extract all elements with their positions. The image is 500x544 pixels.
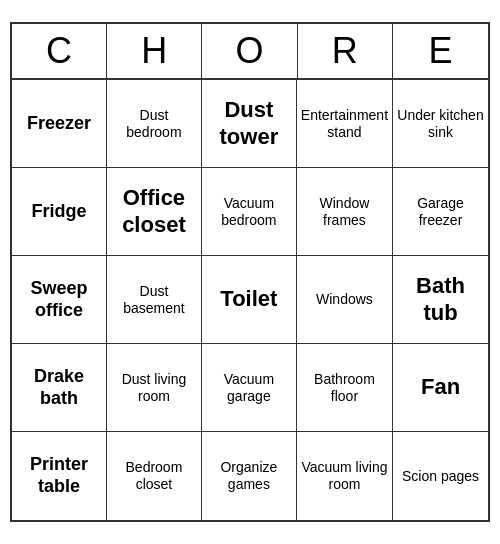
cell-text: Organize games [206,459,292,493]
bingo-cell: Vacuum living room [297,432,393,520]
cell-text: Dust tower [206,97,292,150]
bingo-cell: Freezer [12,80,107,168]
cell-text: Dust living room [111,371,197,405]
bingo-cell: Printer table [12,432,107,520]
cell-text: Dust bedroom [111,107,197,141]
cell-text: Bathroom floor [301,371,388,405]
bingo-cell: Office closet [107,168,202,256]
cell-text: Under kitchen sink [397,107,484,141]
bingo-cell: Vacuum bedroom [202,168,297,256]
bingo-cell: Fan [393,344,488,432]
bingo-cell: Organize games [202,432,297,520]
bingo-cell: Vacuum garage [202,344,297,432]
cell-text: Drake bath [16,366,102,409]
bingo-cell: Bath tub [393,256,488,344]
bingo-cell: Dust bedroom [107,80,202,168]
cell-text: Toilet [220,286,277,312]
cell-text: Vacuum living room [301,459,388,493]
bingo-cell: Windows [297,256,393,344]
bingo-cell: Bathroom floor [297,344,393,432]
cell-text: Vacuum bedroom [206,195,292,229]
bingo-cell: Garage freezer [393,168,488,256]
header-letter: R [298,24,393,78]
cell-text: Fan [421,374,460,400]
bingo-cell: Dust basement [107,256,202,344]
cell-text: Window frames [301,195,388,229]
bingo-cell: Under kitchen sink [393,80,488,168]
header-letter: C [12,24,107,78]
bingo-grid: FreezerDust bedroomDust towerEntertainme… [12,80,488,520]
cell-text: Sweep office [16,278,102,321]
bingo-cell: Sweep office [12,256,107,344]
cell-text: Printer table [16,454,102,497]
bingo-header: CHORE [12,24,488,80]
cell-text: Fridge [31,201,86,223]
cell-text: Bedroom closet [111,459,197,493]
cell-text: Garage freezer [397,195,484,229]
cell-text: Windows [316,291,373,308]
bingo-card: CHORE FreezerDust bedroomDust towerEnter… [10,22,490,522]
cell-text: Bath tub [397,273,484,326]
cell-text: Entertainment stand [301,107,388,141]
cell-text: Dust basement [111,283,197,317]
bingo-cell: Dust tower [202,80,297,168]
bingo-cell: Fridge [12,168,107,256]
bingo-cell: Drake bath [12,344,107,432]
bingo-cell: Entertainment stand [297,80,393,168]
bingo-cell: Window frames [297,168,393,256]
cell-text: Office closet [111,185,197,238]
cell-text: Freezer [27,113,91,135]
header-letter: H [107,24,202,78]
cell-text: Vacuum garage [206,371,292,405]
bingo-cell: Bedroom closet [107,432,202,520]
bingo-cell: Scion pages [393,432,488,520]
header-letter: E [393,24,488,78]
bingo-cell: Dust living room [107,344,202,432]
cell-text: Scion pages [402,468,479,485]
bingo-cell: Toilet [202,256,297,344]
header-letter: O [202,24,297,78]
